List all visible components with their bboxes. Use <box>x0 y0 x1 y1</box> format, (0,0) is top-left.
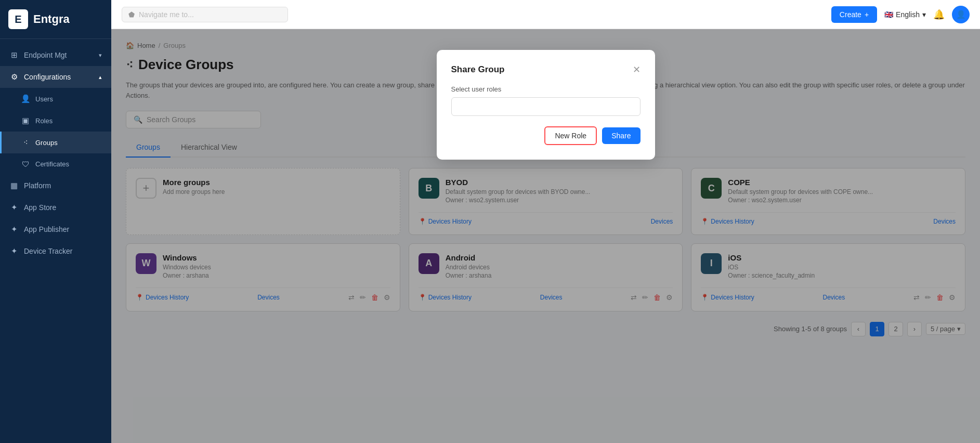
plus-icon: + <box>865 10 869 19</box>
topbar: ⬟ Navigate me to... Create + 🇬🇧 English … <box>111 0 980 29</box>
sidebar-item-label: Groups <box>35 139 58 147</box>
sidebar-item-groups[interactable]: ⁖ Groups <box>0 132 111 153</box>
search-icon: ⬟ <box>128 10 135 19</box>
sidebar-item-roles[interactable]: ▣ Roles <box>0 110 111 132</box>
chevron-up-icon: ▴ <box>99 74 102 81</box>
users-icon: 👤 <box>21 94 30 103</box>
sidebar-item-label: Device Tracker <box>24 247 72 255</box>
endpoint-mgt-icon: ⊞ <box>9 50 19 60</box>
logo-text: Entgra <box>33 12 70 26</box>
modal-header: Share Group ✕ <box>451 64 641 75</box>
create-label: Create <box>840 10 861 19</box>
sidebar-item-label: Users <box>35 95 53 103</box>
sidebar-item-users[interactable]: 👤 Users <box>0 88 111 110</box>
sidebar-item-platform[interactable]: ▦ Platform <box>0 175 111 197</box>
modal-label: Select user roles <box>451 85 641 93</box>
device-tracker-icon: ✦ <box>9 246 19 256</box>
app-publisher-icon: ✦ <box>9 225 19 234</box>
sidebar-item-device-tracker[interactable]: ✦ Device Tracker <box>0 240 111 262</box>
language-selector[interactable]: 🇬🇧 English ▾ <box>884 10 926 19</box>
roles-icon: ▣ <box>21 116 30 125</box>
sidebar-item-certificates[interactable]: 🛡 Certificates <box>0 153 111 175</box>
share-button[interactable]: Share <box>602 127 640 144</box>
sidebar-item-app-publisher[interactable]: ✦ App Publisher <box>0 218 111 240</box>
flag-icon: 🇬🇧 <box>884 10 893 19</box>
navigate-search[interactable]: ⬟ Navigate me to... <box>122 7 288 22</box>
logo-icon: E <box>8 9 28 29</box>
sidebar: E Entgra ⊞ Endpoint Mgt ▾ ⚙ Configuratio… <box>0 0 111 443</box>
user-avatar[interactable]: 👤 <box>952 6 970 23</box>
sidebar-item-configurations[interactable]: ⚙ Configurations ▴ <box>0 66 111 88</box>
modal-footer: New Role Share <box>451 126 641 145</box>
user-roles-input[interactable] <box>451 97 641 116</box>
share-group-modal: Share Group ✕ Select user roles New Role… <box>437 50 655 160</box>
language-label: English <box>896 10 920 19</box>
sidebar-item-label: Configurations <box>24 73 71 81</box>
app-store-icon: ✦ <box>9 203 19 212</box>
sidebar-item-app-store[interactable]: ✦ App Store <box>0 197 111 218</box>
modal-overlay: Share Group ✕ Select user roles New Role… <box>111 29 980 443</box>
chevron-down-icon: ▾ <box>922 10 926 19</box>
sidebar-item-label: Platform <box>24 181 51 190</box>
configurations-icon: ⚙ <box>9 72 19 82</box>
page-content: 🏠 Home / Groups ⁖ Device Groups The grou… <box>111 29 980 443</box>
topbar-right: Create + 🇬🇧 English ▾ 🔔 👤 <box>831 6 970 23</box>
chevron-down-icon: ▾ <box>99 52 102 59</box>
modal-title: Share Group <box>451 64 505 75</box>
sidebar-item-label: Roles <box>35 117 53 125</box>
sidebar-item-label: Certificates <box>35 160 69 168</box>
notification-bell-icon[interactable]: 🔔 <box>933 9 945 20</box>
modal-close-button[interactable]: ✕ <box>633 65 641 74</box>
sidebar-item-endpoint-mgt[interactable]: ⊞ Endpoint Mgt ▾ <box>0 44 111 66</box>
search-placeholder: Navigate me to... <box>139 10 194 19</box>
sidebar-item-label: App Publisher <box>24 225 69 233</box>
certificates-icon: 🛡 <box>21 160 30 168</box>
app-logo: E Entgra <box>0 0 111 39</box>
new-role-button[interactable]: New Role <box>544 126 597 145</box>
sidebar-nav: ⊞ Endpoint Mgt ▾ ⚙ Configurations ▴ 👤 Us… <box>0 39 111 443</box>
platform-icon: ▦ <box>9 181 19 190</box>
configurations-subnav: 👤 Users ▣ Roles ⁖ Groups 🛡 Certificates <box>0 88 111 175</box>
groups-icon: ⁖ <box>21 138 30 147</box>
main-area: ⬟ Navigate me to... Create + 🇬🇧 English … <box>111 0 980 443</box>
create-button[interactable]: Create + <box>831 6 877 23</box>
sidebar-item-label: App Store <box>24 203 56 212</box>
avatar-icon: 👤 <box>956 10 966 19</box>
sidebar-item-label: Endpoint Mgt <box>24 51 67 59</box>
